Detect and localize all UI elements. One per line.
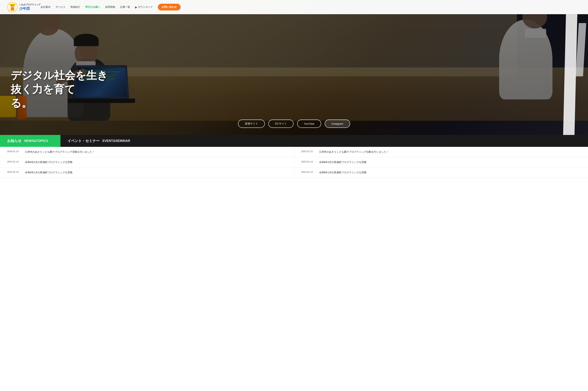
news-label-en: NEWS&TOPICS xyxy=(24,139,48,143)
logo-text: いわみプログラミング 少年団 xyxy=(19,3,40,11)
event-label-en: EVENT&SEMINAR xyxy=(102,139,130,143)
news-header-left: お知らせ NEWS&TOPICS xyxy=(0,135,60,147)
shape-short xyxy=(576,23,586,76)
svg-text:★: ★ xyxy=(16,3,16,5)
svg-text:★: ★ xyxy=(8,10,9,12)
event-label-jp: イベント・セミナー xyxy=(68,138,100,143)
hero-content: デジタル社会を生き抜く力を育て る。 xyxy=(11,69,117,110)
nav-service[interactable]: サービス xyxy=(55,5,65,9)
youtube-icon: ▶ xyxy=(135,5,137,9)
youtube-button[interactable]: YouTube xyxy=(297,119,321,128)
instagram-button[interactable]: Instagram xyxy=(325,119,350,128)
news-date: 2024.01.15 xyxy=(301,150,315,153)
svg-rect-2 xyxy=(11,7,14,11)
download-label: ダウンロード xyxy=(138,5,153,9)
logo-bottom-text: 少年団 xyxy=(19,6,40,11)
news-text: 江津市のあさりこども園でプログラミング活動を行いました！ xyxy=(319,150,389,154)
main-nav: 会社案内 サービス 実績紹介 寄付のお願い 採用情報 記事一覧 ▶ ダウンロード… xyxy=(40,4,181,10)
logo-top-text: いわみプログラミング xyxy=(19,3,40,6)
news-text: 令和6年1月の邑南町プログラミング公営塾 xyxy=(25,171,73,174)
hero-overlay xyxy=(0,0,588,135)
news-item-left-2[interactable]: 2024.01.14 令和6年2月の邑南町プログラミング公営塾 xyxy=(0,157,294,167)
news-text: 令和6年2月の邑南町プログラミング公営塾 xyxy=(319,160,367,164)
svg-rect-5 xyxy=(9,4,15,5)
nav-works[interactable]: 実績紹介 xyxy=(70,5,80,9)
news-item-right-2[interactable]: 2024.01.14 令和6年2月の邑南町プログラミング公営塾 xyxy=(294,157,588,167)
contact-button[interactable]: お問い合わせ xyxy=(158,4,181,10)
news-date: 2024.01.14 xyxy=(301,160,315,163)
news-label-jp: お知らせ xyxy=(7,138,21,143)
news-column-right: 2024.01.15 江津市のあさりこども園でプログラミング活動を行いました！ … xyxy=(294,147,588,178)
news-item-right-1[interactable]: 2024.01.15 江津市のあさりこども園でプログラミング活動を行いました！ xyxy=(294,147,588,157)
news-item-left-1[interactable]: 2024.01.15 江津市のあさりこども園でプログラミング活動を行いました！ xyxy=(0,147,294,157)
hero-section: デジタル社会を生き抜く力を育て る。 道場サイト ECサイト YouTube I… xyxy=(0,0,588,135)
hero-title: デジタル社会を生き抜く力を育て る。 xyxy=(11,69,117,110)
news-text: 江津市のあさりこども園でプログラミング活動を行いました！ xyxy=(25,150,95,154)
logo-icon: ★ ★ xyxy=(7,2,18,12)
site-header: ★ ★ いわみプログラミング 少年団 会社案内 サービス 実績紹介 寄付のお願い… xyxy=(0,0,588,14)
news-date: 2024.01.15 xyxy=(7,150,21,153)
news-item-left-3[interactable]: 2024.01.14 令和6年1月の邑南町プログラミング公営塾 xyxy=(0,167,294,178)
nav-company[interactable]: 会社案内 xyxy=(40,5,50,9)
news-date: 2024.01.14 xyxy=(301,171,315,173)
news-item-right-3[interactable]: 2024.01.14 令和6年1月の邑南町プログラミング公営塾 xyxy=(294,167,588,178)
dojo-site-button[interactable]: 道場サイト xyxy=(238,119,265,128)
news-date: 2024.01.14 xyxy=(7,160,21,163)
shape-tall xyxy=(563,14,577,135)
logo-area[interactable]: ★ ★ いわみプログラミング 少年団 xyxy=(7,2,40,12)
news-text: 令和6年1月の邑南町プログラミング公営塾 xyxy=(319,171,367,174)
event-header-right: イベント・セミナー EVENT&SEMINAR xyxy=(60,135,588,147)
news-section-header: お知らせ NEWS&TOPICS イベント・セミナー EVENT&SEMINAR xyxy=(0,135,588,147)
news-column-left: 2024.01.15 江津市のあさりこども園でプログラミング活動を行いました！ … xyxy=(0,147,294,178)
nav-donation[interactable]: 寄付のお願い xyxy=(85,5,100,9)
nav-download[interactable]: ▶ ダウンロード xyxy=(135,5,153,9)
news-text: 令和6年2月の邑南町プログラミング公営塾 xyxy=(25,160,73,164)
news-list-section: 2024.01.15 江津市のあさりこども園でプログラミング活動を行いました！ … xyxy=(0,147,588,178)
ec-site-button[interactable]: ECサイト xyxy=(268,119,294,128)
hero-shapes xyxy=(538,14,588,135)
news-date: 2024.01.14 xyxy=(7,171,21,173)
social-buttons: 道場サイト ECサイト YouTube Instagram xyxy=(238,119,350,128)
nav-articles[interactable]: 記事一覧 xyxy=(120,5,130,9)
nav-recruit[interactable]: 採用情報 xyxy=(105,5,115,9)
